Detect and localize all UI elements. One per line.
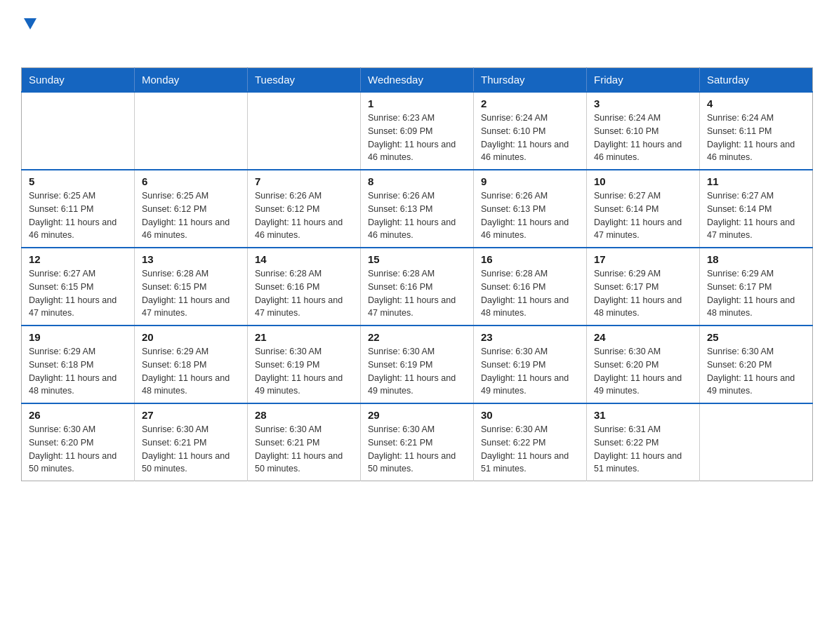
calendar-cell <box>135 92 248 170</box>
calendar-cell: 11Sunrise: 6:27 AMSunset: 6:14 PMDayligh… <box>700 170 813 248</box>
day-number: 14 <box>255 253 353 265</box>
calendar-week-row: 12Sunrise: 6:27 AMSunset: 6:15 PMDayligh… <box>22 248 813 326</box>
day-number: 2 <box>481 98 579 109</box>
day-info: Sunrise: 6:23 AMSunset: 6:09 PMDaylight:… <box>368 112 466 164</box>
calendar-cell: 30Sunrise: 6:30 AMSunset: 6:22 PMDayligh… <box>474 403 587 481</box>
day-number: 25 <box>707 331 805 343</box>
day-info: Sunrise: 6:24 AMSunset: 6:10 PMDaylight:… <box>481 112 579 164</box>
calendar-cell: 20Sunrise: 6:29 AMSunset: 6:18 PMDayligh… <box>135 326 248 403</box>
day-info: Sunrise: 6:30 AMSunset: 6:19 PMDaylight:… <box>481 345 579 398</box>
day-info: Sunrise: 6:28 AMSunset: 6:16 PMDaylight:… <box>255 267 353 320</box>
day-number: 30 <box>481 409 579 421</box>
calendar-cell: 25Sunrise: 6:30 AMSunset: 6:20 PMDayligh… <box>700 326 813 403</box>
day-info: Sunrise: 6:25 AMSunset: 6:11 PMDaylight:… <box>29 189 127 242</box>
calendar-cell: 29Sunrise: 6:30 AMSunset: 6:21 PMDayligh… <box>361 403 474 481</box>
day-info: Sunrise: 6:29 AMSunset: 6:18 PMDaylight:… <box>29 345 127 398</box>
calendar-cell: 13Sunrise: 6:28 AMSunset: 6:15 PMDayligh… <box>135 248 248 326</box>
day-info: Sunrise: 6:28 AMSunset: 6:15 PMDaylight:… <box>142 267 240 320</box>
day-info: Sunrise: 6:30 AMSunset: 6:19 PMDaylight:… <box>255 345 353 398</box>
day-info: Sunrise: 6:28 AMSunset: 6:16 PMDaylight:… <box>481 267 579 320</box>
calendar-cell: 21Sunrise: 6:30 AMSunset: 6:19 PMDayligh… <box>248 326 361 403</box>
calendar-cell: 31Sunrise: 6:31 AMSunset: 6:22 PMDayligh… <box>587 403 700 481</box>
day-number: 29 <box>368 409 466 421</box>
day-info: Sunrise: 6:30 AMSunset: 6:20 PMDaylight:… <box>594 345 692 398</box>
calendar-header-sunday: Sunday <box>22 68 135 93</box>
calendar-cell: 8Sunrise: 6:26 AMSunset: 6:13 PMDaylight… <box>361 170 474 248</box>
day-number: 5 <box>29 175 127 187</box>
calendar-cell: 23Sunrise: 6:30 AMSunset: 6:19 PMDayligh… <box>474 326 587 403</box>
logo <box>21 14 38 55</box>
day-number: 26 <box>29 409 127 421</box>
day-info: Sunrise: 6:30 AMSunset: 6:20 PMDaylight:… <box>29 423 127 476</box>
calendar-header-wednesday: Wednesday <box>361 68 474 93</box>
calendar-header-tuesday: Tuesday <box>248 68 361 93</box>
calendar-week-row: 5Sunrise: 6:25 AMSunset: 6:11 PMDaylight… <box>22 170 813 248</box>
calendar-cell: 3Sunrise: 6:24 AMSunset: 6:10 PMDaylight… <box>587 92 700 170</box>
day-info: Sunrise: 6:24 AMSunset: 6:10 PMDaylight:… <box>594 112 692 164</box>
day-number: 21 <box>255 331 353 343</box>
day-info: Sunrise: 6:24 AMSunset: 6:11 PMDaylight:… <box>707 112 805 164</box>
calendar-cell: 5Sunrise: 6:25 AMSunset: 6:11 PMDaylight… <box>22 170 135 248</box>
calendar-cell: 16Sunrise: 6:28 AMSunset: 6:16 PMDayligh… <box>474 248 587 326</box>
calendar-cell <box>248 92 361 170</box>
calendar-cell <box>22 92 135 170</box>
day-info: Sunrise: 6:27 AMSunset: 6:15 PMDaylight:… <box>29 267 127 320</box>
calendar-header-friday: Friday <box>587 68 700 93</box>
day-number: 11 <box>707 175 805 187</box>
calendar-cell: 18Sunrise: 6:29 AMSunset: 6:17 PMDayligh… <box>700 248 813 326</box>
calendar-cell: 2Sunrise: 6:24 AMSunset: 6:10 PMDaylight… <box>474 92 587 170</box>
calendar-table: SundayMondayTuesdayWednesdayThursdayFrid… <box>21 67 813 481</box>
day-number: 17 <box>594 253 692 265</box>
logo-triangle-icon <box>22 15 38 31</box>
day-number: 20 <box>142 331 240 343</box>
calendar-cell: 15Sunrise: 6:28 AMSunset: 6:16 PMDayligh… <box>361 248 474 326</box>
day-number: 4 <box>707 98 805 109</box>
day-number: 18 <box>707 253 805 265</box>
day-info: Sunrise: 6:29 AMSunset: 6:17 PMDaylight:… <box>594 267 692 320</box>
day-info: Sunrise: 6:26 AMSunset: 6:13 PMDaylight:… <box>368 189 466 242</box>
calendar-cell: 24Sunrise: 6:30 AMSunset: 6:20 PMDayligh… <box>587 326 700 403</box>
day-number: 3 <box>594 98 692 109</box>
day-info: Sunrise: 6:30 AMSunset: 6:22 PMDaylight:… <box>481 423 579 476</box>
calendar-cell: 28Sunrise: 6:30 AMSunset: 6:21 PMDayligh… <box>248 403 361 481</box>
day-info: Sunrise: 6:29 AMSunset: 6:18 PMDaylight:… <box>142 345 240 398</box>
day-number: 19 <box>29 331 127 343</box>
day-info: Sunrise: 6:26 AMSunset: 6:13 PMDaylight:… <box>481 189 579 242</box>
day-number: 16 <box>481 253 579 265</box>
day-info: Sunrise: 6:30 AMSunset: 6:19 PMDaylight:… <box>368 345 466 398</box>
day-number: 7 <box>255 175 353 187</box>
calendar-cell: 19Sunrise: 6:29 AMSunset: 6:18 PMDayligh… <box>22 326 135 403</box>
calendar-cell: 6Sunrise: 6:25 AMSunset: 6:12 PMDaylight… <box>135 170 248 248</box>
calendar-header-saturday: Saturday <box>700 68 813 93</box>
calendar-cell: 26Sunrise: 6:30 AMSunset: 6:20 PMDayligh… <box>22 403 135 481</box>
day-number: 8 <box>368 175 466 187</box>
day-number: 12 <box>29 253 127 265</box>
day-info: Sunrise: 6:30 AMSunset: 6:21 PMDaylight:… <box>255 423 353 476</box>
calendar-cell: 27Sunrise: 6:30 AMSunset: 6:21 PMDayligh… <box>135 403 248 481</box>
day-info: Sunrise: 6:28 AMSunset: 6:16 PMDaylight:… <box>368 267 466 320</box>
calendar-week-row: 26Sunrise: 6:30 AMSunset: 6:20 PMDayligh… <box>22 403 813 481</box>
calendar-cell: 12Sunrise: 6:27 AMSunset: 6:15 PMDayligh… <box>22 248 135 326</box>
day-number: 6 <box>142 175 240 187</box>
day-number: 15 <box>368 253 466 265</box>
day-info: Sunrise: 6:29 AMSunset: 6:17 PMDaylight:… <box>707 267 805 320</box>
day-number: 31 <box>594 409 692 421</box>
calendar-week-row: 1Sunrise: 6:23 AMSunset: 6:09 PMDaylight… <box>22 92 813 170</box>
day-number: 13 <box>142 253 240 265</box>
day-info: Sunrise: 6:30 AMSunset: 6:21 PMDaylight:… <box>368 423 466 476</box>
calendar-header-thursday: Thursday <box>474 68 587 93</box>
calendar-cell: 22Sunrise: 6:30 AMSunset: 6:19 PMDayligh… <box>361 326 474 403</box>
day-info: Sunrise: 6:25 AMSunset: 6:12 PMDaylight:… <box>142 189 240 242</box>
day-info: Sunrise: 6:27 AMSunset: 6:14 PMDaylight:… <box>594 189 692 242</box>
day-info: Sunrise: 6:30 AMSunset: 6:20 PMDaylight:… <box>707 345 805 398</box>
day-number: 24 <box>594 331 692 343</box>
day-number: 9 <box>481 175 579 187</box>
calendar-cell: 7Sunrise: 6:26 AMSunset: 6:12 PMDaylight… <box>248 170 361 248</box>
day-info: Sunrise: 6:31 AMSunset: 6:22 PMDaylight:… <box>594 423 692 476</box>
calendar-cell: 1Sunrise: 6:23 AMSunset: 6:09 PMDaylight… <box>361 92 474 170</box>
calendar-cell: 17Sunrise: 6:29 AMSunset: 6:17 PMDayligh… <box>587 248 700 326</box>
calendar-header-monday: Monday <box>135 68 248 93</box>
day-info: Sunrise: 6:27 AMSunset: 6:14 PMDaylight:… <box>707 189 805 242</box>
calendar-cell: 14Sunrise: 6:28 AMSunset: 6:16 PMDayligh… <box>248 248 361 326</box>
svg-marker-0 <box>24 18 37 29</box>
